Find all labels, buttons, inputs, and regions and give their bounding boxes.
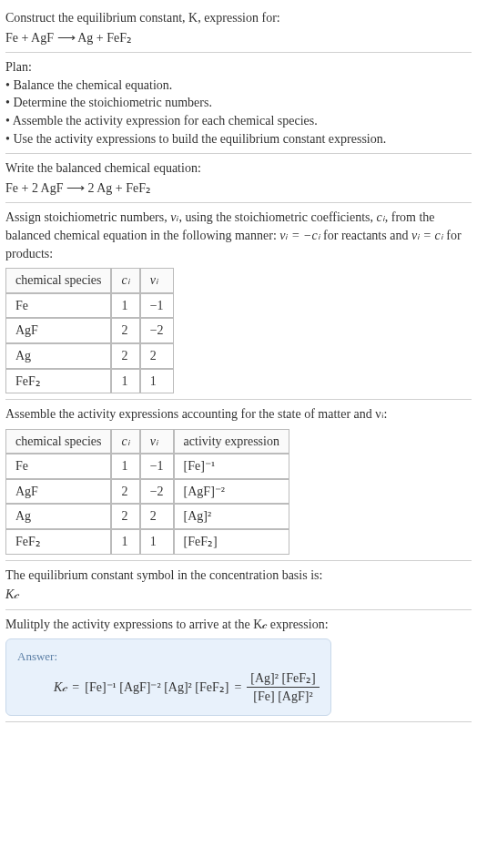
product-form: [Fe]⁻¹ [AgF]⁻² [Ag]² [FeF₂]	[85, 679, 228, 697]
col-activity: activity expression	[174, 429, 289, 454]
prompt-section: Construct the equilibrium constant, K, e…	[5, 4, 472, 53]
cell: 2	[140, 343, 174, 369]
balanced-section: Write the balanced chemical equation: Fe…	[5, 154, 472, 203]
cell: 1	[140, 529, 174, 555]
cell: 2	[111, 343, 139, 369]
unbalanced-equation: Fe + AgF ⟶ Ag + FeF₂	[5, 29, 472, 47]
table-row: AgF2−2[AgF]⁻²	[5, 479, 289, 505]
cell: 2	[140, 504, 174, 529]
cell: FeF₂	[5, 529, 111, 555]
cell: 1	[111, 529, 139, 555]
table-row: AgF2−2	[5, 318, 174, 343]
symbol-label: The equilibrium constant symbol in the c…	[5, 567, 472, 585]
equals: =	[72, 679, 79, 697]
symbol-section: The equilibrium constant symbol in the c…	[5, 561, 472, 610]
table-row: FeF₂11	[5, 369, 174, 394]
text: , using the stoichiometric coefficients,	[178, 210, 376, 224]
table-row: Fe1−1	[5, 293, 174, 319]
cell: 2	[111, 318, 139, 343]
col-nu: νᵢ	[140, 429, 174, 454]
stoich-table: chemical species cᵢ νᵢ Fe1−1 AgF2−2 Ag22…	[5, 268, 174, 393]
plan-bullet: • Determine the stoichiometric numbers.	[5, 94, 472, 112]
final-label: Mulitply the activity expressions to arr…	[5, 616, 472, 634]
text: for reactants and	[320, 229, 411, 242]
cell: [AgF]⁻²	[174, 479, 289, 505]
col-species: chemical species	[5, 429, 111, 454]
plan-section: Plan: • Balance the chemical equation. •…	[5, 53, 472, 154]
cell: 1	[111, 369, 139, 394]
cell: [FeF₂]	[174, 529, 289, 555]
cell: Fe	[5, 293, 111, 319]
plan-bullet: • Use the activity expressions to build …	[5, 130, 472, 148]
ci-symbol: cᵢ	[377, 210, 385, 224]
cell: AgF	[5, 479, 111, 505]
kc-expression: K𝒸 = [Fe]⁻¹ [AgF]⁻² [Ag]² [FeF₂] = [Ag]²…	[17, 669, 320, 706]
text: Assign stoichiometric numbers,	[5, 210, 170, 224]
activity-section: Assemble the activity expressions accoun…	[5, 400, 472, 561]
stoich-section: Assign stoichiometric numbers, νᵢ, using…	[5, 203, 472, 400]
cell: FeF₂	[5, 369, 111, 394]
col-ci: cᵢ	[111, 429, 139, 454]
kc-symbol: K𝒸	[5, 586, 472, 604]
table-row: Ag22[Ag]²	[5, 504, 289, 529]
cell: 2	[111, 479, 139, 505]
relation: νᵢ = −cᵢ	[279, 229, 320, 242]
cell: 1	[111, 293, 139, 319]
numerator: [Ag]² [FeF₂]	[247, 669, 319, 689]
balanced-equation: Fe + 2 AgF ⟶ 2 Ag + FeF₂	[5, 179, 472, 198]
prompt-line1: Construct the equilibrium constant, K, e…	[5, 9, 472, 27]
fraction: [Ag]² [FeF₂] [Fe] [AgF]²	[247, 669, 319, 706]
kc-var: K𝒸	[54, 679, 66, 697]
col-ci: cᵢ	[111, 268, 139, 293]
plan-bullet: • Balance the chemical equation.	[5, 77, 472, 95]
cell: AgF	[5, 318, 111, 343]
answer-label: Answer:	[17, 648, 320, 665]
stoich-paragraph: Assign stoichiometric numbers, νᵢ, using…	[5, 209, 472, 262]
table-header-row: chemical species cᵢ νᵢ activity expressi…	[5, 429, 289, 454]
cell: Fe	[5, 454, 111, 479]
activity-table: chemical species cᵢ νᵢ activity expressi…	[5, 429, 289, 555]
balanced-label: Write the balanced chemical equation:	[5, 159, 472, 178]
cell: 1	[111, 454, 139, 479]
equals: =	[234, 679, 241, 697]
table-header-row: chemical species cᵢ νᵢ	[5, 268, 174, 293]
cell: [Ag]²	[174, 504, 289, 529]
plan-title: Plan:	[5, 58, 472, 77]
cell: [Fe]⁻¹	[174, 454, 289, 479]
activity-label: Assemble the activity expressions accoun…	[5, 405, 472, 424]
denominator: [Fe] [AgF]²	[247, 688, 319, 706]
relation: νᵢ = cᵢ	[411, 229, 443, 242]
cell: −2	[140, 479, 174, 505]
table-row: FeF₂11[FeF₂]	[5, 529, 289, 555]
cell: 1	[140, 369, 174, 394]
plan-bullet: • Assemble the activity expression for e…	[5, 112, 472, 130]
table-row: Ag22	[5, 343, 174, 369]
prompt-text: Construct the equilibrium constant, K, e…	[5, 11, 280, 25]
final-section: Mulitply the activity expressions to arr…	[5, 610, 472, 722]
cell: −1	[140, 293, 174, 319]
cell: Ag	[5, 504, 111, 529]
cell: Ag	[5, 343, 111, 369]
cell: 2	[111, 504, 139, 529]
col-species: chemical species	[5, 268, 111, 293]
answer-box: Answer: K𝒸 = [Fe]⁻¹ [AgF]⁻² [Ag]² [FeF₂]…	[5, 638, 331, 715]
table-row: Fe1−1[Fe]⁻¹	[5, 454, 289, 479]
cell: −1	[140, 454, 174, 479]
cell: −2	[140, 318, 174, 343]
col-nu: νᵢ	[140, 268, 174, 293]
